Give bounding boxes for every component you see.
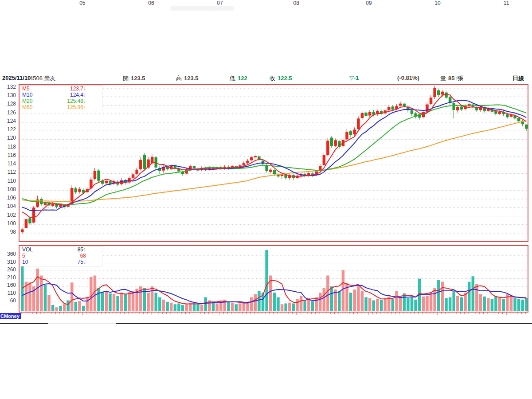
volume-bar — [319, 293, 322, 311]
volume-bar — [55, 307, 59, 311]
volume-bar — [162, 300, 165, 311]
volume-bar — [177, 304, 180, 312]
page-root: 2025/11/10 4506 崇友 開123.5高123.5低122收122.… — [0, 0, 532, 399]
volume-bar — [70, 282, 74, 311]
volume-bar — [40, 276, 43, 312]
volume-bar — [510, 297, 513, 312]
volume-bar — [200, 305, 203, 311]
candle-body — [269, 170, 272, 172]
candle-body — [330, 138, 333, 146]
cmoney-watermark: CMoney — [0, 313, 21, 319]
volume-bar — [113, 294, 116, 312]
volume-bar — [82, 306, 85, 311]
quote-header: 2025/11/10 4506 崇友 開123.5高123.5低122收122.… — [0, 74, 532, 83]
volume-bar — [181, 305, 184, 311]
candle-body — [433, 88, 436, 97]
volume-bar — [124, 294, 127, 312]
candle-body — [105, 181, 108, 184]
volume-bar — [215, 304, 219, 312]
volume-bar — [151, 286, 154, 311]
volume-bar — [383, 298, 387, 311]
volume-bar — [254, 294, 257, 312]
volume-axis-label: 160 — [0, 282, 16, 288]
candle-body — [74, 188, 78, 192]
volume-bar — [78, 301, 81, 311]
candle-body — [364, 113, 368, 116]
candle-body — [28, 218, 31, 223]
volume-bar — [47, 295, 51, 311]
candle-body — [387, 107, 391, 110]
volume-bar — [296, 299, 299, 311]
candle-body — [143, 155, 146, 169]
ma-line-10 — [22, 100, 526, 211]
month-label: 05 — [77, 0, 88, 6]
ma-legend-row: M60125.86↑ — [20, 105, 102, 110]
price-axis-label: 122 — [0, 126, 16, 133]
candle-body — [506, 114, 509, 117]
candle-body — [368, 112, 372, 116]
volume-bar — [105, 291, 108, 312]
volume-bar — [368, 298, 372, 311]
volume-bar — [361, 291, 364, 312]
candle-body — [254, 156, 257, 157]
ma-legend-row: M20125.48↓ — [20, 98, 102, 104]
volume-bar — [288, 303, 291, 311]
volume-legend: VOL85↑5681075↓ — [20, 246, 102, 266]
volume-bar — [441, 282, 444, 312]
volume-bar — [414, 300, 417, 311]
volume-bar — [376, 299, 379, 311]
volume-bar — [101, 292, 104, 311]
volume-bar — [59, 306, 62, 311]
volume-bar — [483, 297, 486, 311]
volume-bar — [479, 294, 482, 312]
quote-field: 高123.5 — [176, 74, 199, 82]
volume-bar — [74, 302, 78, 311]
volume-bar — [460, 297, 463, 312]
candle-body — [25, 219, 28, 228]
price-axis-label: 104 — [0, 203, 16, 209]
volume-bar — [364, 297, 368, 312]
volume-bar — [212, 303, 215, 311]
month-label: 08 — [291, 0, 301, 6]
volume-bar — [372, 301, 376, 312]
candle-body — [250, 157, 253, 160]
volume-legend-row: 1075↓ — [20, 259, 102, 265]
volume-bar — [411, 297, 414, 312]
volume-bar — [227, 302, 230, 311]
quote-field: 量85↑張 — [440, 74, 463, 82]
volume-bar — [468, 282, 471, 312]
candle-body — [479, 108, 482, 110]
volume-bar — [51, 305, 55, 311]
volume-bar — [97, 288, 100, 312]
candle-body — [97, 171, 100, 181]
volume-bar — [430, 293, 433, 311]
volume-bar — [265, 250, 268, 311]
month-label: 10 — [432, 0, 443, 6]
candle-body — [334, 140, 337, 146]
volume-bar — [437, 280, 440, 311]
volume-bar — [120, 293, 123, 311]
price-axis-label: 100 — [0, 220, 16, 227]
bottom-divider-light-segment — [48, 323, 116, 324]
volume-bar — [273, 293, 276, 311]
quote-field: (-0.81%) — [397, 74, 419, 81]
candle-body — [494, 111, 497, 114]
candle-body — [32, 207, 35, 223]
volume-bar — [472, 276, 475, 311]
price-axis-label: 126 — [0, 110, 16, 116]
volume-bar — [174, 304, 177, 311]
volume-bar — [513, 298, 516, 311]
volume-bar — [487, 298, 490, 311]
volume-bar — [90, 277, 93, 311]
month-label: 06 — [146, 0, 156, 6]
volume-bar — [44, 285, 47, 312]
candle-body — [345, 132, 348, 139]
volume-bar — [525, 298, 528, 311]
volume-bar — [380, 300, 383, 311]
candle-body — [353, 129, 356, 134]
candle-body — [349, 131, 352, 135]
volume-bar — [304, 301, 307, 312]
price-axis-label: 128 — [0, 101, 16, 107]
volume-legend-row: VOL85↑ — [20, 247, 102, 253]
volume-axis-label: 310 — [0, 259, 16, 265]
